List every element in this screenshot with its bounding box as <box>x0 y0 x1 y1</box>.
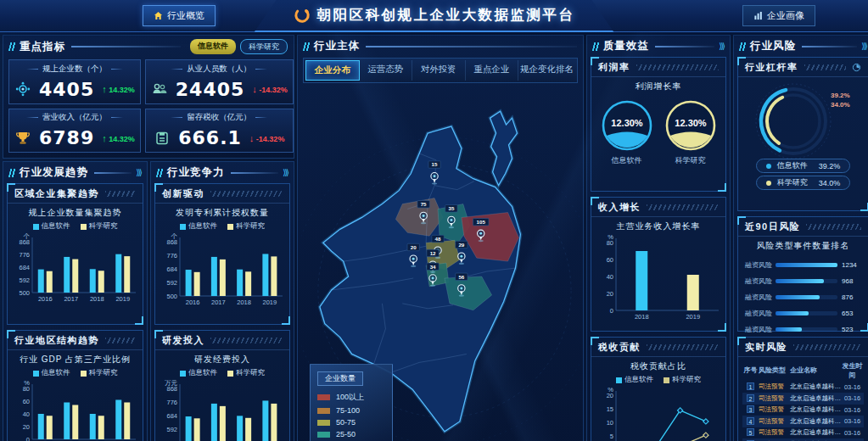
more-arrows-icon[interactable]: ⟩⟩⟩ <box>283 168 288 177</box>
kpi-value: 4405 <box>39 79 94 100</box>
svg-text:592: 592 <box>166 426 177 433</box>
rd-investment-section: 研发投入 研发经费投入 信息软件科学研究 500592684776868万元20… <box>154 330 290 441</box>
panel-marker-icon <box>592 42 600 51</box>
industry-entities-panel: 行业主体 企业分布运营态势对外投资重点企业规企变化排名 157535105482… <box>297 35 584 441</box>
regional-structure-section: 行业地区结构趋势 行业 GDP 占第三产业比例 信息软件科学研究 0204060… <box>7 330 143 441</box>
income-growth-section: 收入增长 主营业务收入增长率 020406080%20182019 <box>591 197 726 332</box>
hatch-decoration <box>105 338 136 343</box>
tag-info-software[interactable]: 信息软件 <box>190 39 236 54</box>
svg-text:5: 5 <box>610 433 613 440</box>
risk-table-row[interactable]: 2司法预警北京启迪卓越科技有限公司03-16 <box>742 393 864 405</box>
legend-item: 信息软件 <box>180 221 217 232</box>
panel-title: 行业风险 <box>750 39 796 53</box>
panel-title: 行业发展趋势 <box>20 165 88 180</box>
innovation-section: 创新驱动 发明专利累计授权数量 信息软件科学研究 500592684776868… <box>154 183 290 325</box>
tab-3[interactable]: 对外投资 <box>412 60 466 81</box>
chart-title: 行业 GDP 占第三产业比例 <box>8 350 143 366</box>
divider <box>71 46 181 47</box>
liquid-gauge: 12.30%科学研究 <box>663 98 719 166</box>
key-indicators-panel: 重点指标 信息软件 科学研究 规上企业数（个） <box>3 35 294 159</box>
regional-bar-chart: 500592684776868个2016201720182019 <box>10 232 140 322</box>
svg-text:0: 0 <box>26 436 30 441</box>
chart-legend: 信息软件科学研究 <box>8 366 143 378</box>
svg-text:776: 776 <box>166 252 177 260</box>
more-arrows-icon[interactable]: ⟩⟩⟩ <box>136 168 141 177</box>
svg-text:776: 776 <box>19 251 30 259</box>
kpi-value: 6789 <box>39 127 94 148</box>
nav-enterprise-portrait[interactable]: 企业画像 <box>742 5 815 26</box>
risk-table-row[interactable]: 4司法预警北京启迪卓越科技有限公司03-16 <box>742 416 864 427</box>
svg-text:12.30%: 12.30% <box>675 118 707 128</box>
svg-text:%: % <box>24 379 30 387</box>
divider <box>802 46 857 47</box>
gdp-bar-chart: 020406080%2016201720182019 <box>10 378 140 441</box>
svg-text:40: 40 <box>607 273 613 281</box>
chart-title: 规上企业数量集聚趋势 <box>8 204 143 219</box>
kpi-card-enterprises: 规上企业数（个） 4405 ↑ 14.32% <box>8 59 141 104</box>
gauge-icon[interactable] <box>852 63 861 72</box>
industry-competitiveness-panel: 行业竞争力 ⟩⟩⟩ 创新驱动 发明专利累计授权数量 信息软件科学研究 50059… <box>150 161 294 441</box>
section-title: 近90日风险 <box>745 220 800 233</box>
leverage-legend-item: 科学研究34.0% <box>756 176 851 190</box>
svg-text:万元: 万元 <box>165 379 178 387</box>
tab-5[interactable]: 规企变化排名 <box>518 60 575 81</box>
svg-text:2019: 2019 <box>115 295 130 303</box>
panel-marker-icon <box>156 169 164 177</box>
chart-title: 发明专利累计授权数量 <box>155 204 289 219</box>
panel-marker-icon <box>8 169 16 177</box>
risk-bar-row: 融资风险523 <box>745 325 861 334</box>
liquid-gauge: 12.30%信息软件 <box>599 98 655 166</box>
kpi-delta: ↑ 14.32% <box>102 84 135 94</box>
svg-text:20: 20 <box>607 290 613 298</box>
kpi-label: 从业人员数（人） <box>151 64 288 75</box>
risk-table-row[interactable]: 5司法预警北京启迪卓越科技有限公司03-16 <box>742 427 864 439</box>
more-arrows-icon[interactable]: ⟩⟩⟩ <box>861 42 866 51</box>
risk-column: 行业风险 ⟩⟩⟩ 行业杠杆率 39.2%34.0% 信息软件39.2%科学研究3… <box>733 35 868 441</box>
rd-bar-chart: 500592684776868万元2016201720182019 <box>158 378 287 441</box>
chart-title: 主营业务收入增长率 <box>591 217 725 232</box>
industry-trend-panel: 行业发展趋势 ⟩⟩⟩ 区域企业集聚趋势 规上企业数量集聚趋势 信息软件科学研究 … <box>3 161 148 441</box>
svg-text:500: 500 <box>19 289 30 297</box>
svg-text:684: 684 <box>166 412 177 420</box>
home-icon <box>154 11 163 20</box>
more-arrows-icon[interactable]: ⟩⟩⟩ <box>719 42 724 51</box>
svg-text:40: 40 <box>23 410 30 418</box>
chart-legend: 信息软件科学研究 <box>155 219 289 232</box>
profit-gauges: 12.30%信息软件12.30%科学研究 <box>591 92 725 191</box>
tag-science-research[interactable]: 科学研究 <box>240 39 288 54</box>
nav-industry-overview[interactable]: 行业概览 <box>143 5 216 26</box>
svg-text:776: 776 <box>166 399 177 406</box>
nav-left-label: 行业概览 <box>167 9 204 22</box>
tax-contribution-section: 税收贡献 税收贡献占比 信息软件科学研究 05101520%2016201720… <box>591 337 726 441</box>
section-title: 利润率 <box>598 61 630 74</box>
risk-bar-row: 融资风险968 <box>745 276 861 286</box>
tab-2[interactable]: 运营态势 <box>360 60 413 81</box>
svg-text:592: 592 <box>166 279 177 287</box>
svg-text:34: 34 <box>430 264 436 270</box>
dashboard-body: 重点指标 信息软件 科学研究 规上企业数（个） <box>0 32 868 441</box>
svg-text:12.30%: 12.30% <box>611 118 643 128</box>
risk-table-row[interactable]: 1司法预警北京启迪卓越科技有限公司03-16 <box>742 382 864 394</box>
svg-text:2016: 2016 <box>38 295 53 303</box>
svg-text:2018: 2018 <box>635 313 649 321</box>
chart-legend: 信息软件科学研究 <box>155 366 289 378</box>
enterprise-icon <box>14 81 31 98</box>
kpi-value: 666.1 <box>178 127 242 148</box>
leverage-donut-chart: 39.2%34.0% <box>744 79 863 159</box>
map-legend-item: 25-50 <box>317 430 385 438</box>
divider <box>94 172 132 174</box>
leverage-legend: 信息软件39.2%科学研究34.0% <box>756 159 851 194</box>
hatch-decoration <box>210 191 283 197</box>
tab-4[interactable]: 重点企业 <box>466 60 519 81</box>
section-title: 收入增长 <box>598 201 641 214</box>
legend-item: 科学研究 <box>81 221 118 232</box>
svg-text:20: 20 <box>411 244 417 250</box>
platform-logo-icon <box>294 7 311 24</box>
risk-table-row[interactable]: 3司法预警北京启迪卓越科技有限公司03-16 <box>742 405 864 416</box>
svg-text:2019: 2019 <box>263 299 277 306</box>
hatch-decoration <box>647 344 719 350</box>
map-legend-item: 75-100 <box>317 406 385 415</box>
tab-1[interactable]: 企业分布 <box>305 60 360 81</box>
chart-legend: 信息软件科学研究 <box>8 219 143 232</box>
svg-text:592: 592 <box>19 276 30 284</box>
